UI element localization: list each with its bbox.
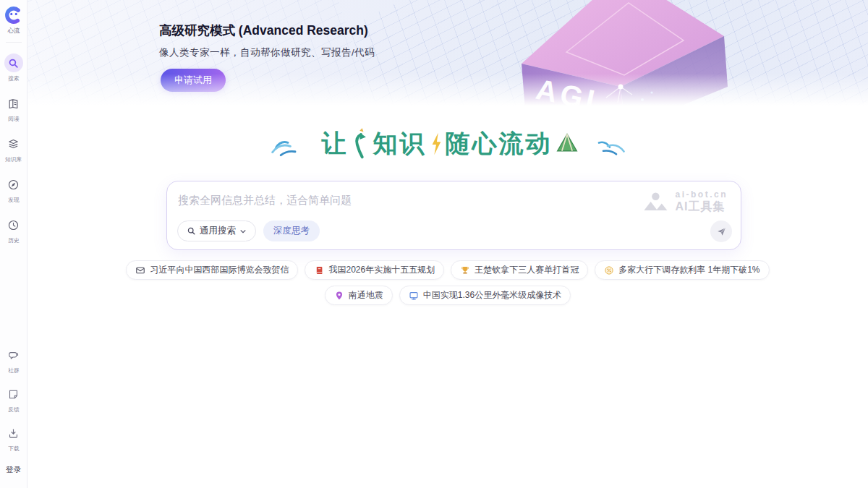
knowledge-icon bbox=[4, 134, 23, 153]
hot-topic-chip[interactable]: 习近平向中国西部国际博览会致贺信 bbox=[126, 260, 298, 280]
sidebar-nav: 搜索 阅读 知识库 发现 历史 bbox=[4, 43, 23, 245]
xinliu-logo-icon bbox=[4, 6, 23, 25]
slogan-part3: 随心流动 bbox=[446, 127, 553, 160]
reading-icon bbox=[4, 94, 23, 113]
search-panel: ai-bot.cn AI工具集 通用搜索 深度思考 bbox=[166, 181, 741, 250]
hot-topics-row-2: 南通地震 中国实现1.36公里外毫米级成像技术 bbox=[325, 286, 571, 305]
discover-icon bbox=[4, 175, 23, 194]
sidebar-item-download[interactable]: 下载 bbox=[4, 424, 23, 453]
watermark-line1: ai-bot.cn bbox=[676, 190, 728, 200]
app-logo-label: 心流 bbox=[7, 27, 20, 35]
mascot-icon bbox=[556, 130, 579, 158]
ai-bot-logo-icon bbox=[642, 192, 671, 212]
sidebar-item-knowledge[interactable]: 知识库 bbox=[4, 134, 23, 164]
watermark-text: ai-bot.cn AI工具集 bbox=[676, 190, 728, 213]
sidebar-item-history[interactable]: 历史 bbox=[4, 215, 23, 245]
login-button[interactable]: 登录 bbox=[6, 465, 21, 475]
red-book-icon bbox=[314, 265, 324, 275]
hot-topics-row-1: 习近平向中国西部国际博览会致贺信 我国2026年实施十五五规划 王楚钦拿下三人赛… bbox=[126, 260, 769, 280]
hot-topic-chip[interactable]: 王楚钦拿下三人赛单打首冠 bbox=[451, 260, 588, 280]
hot-topic-chip[interactable]: 中国实现1.36公里外毫米级成像技术 bbox=[399, 286, 571, 305]
hot-topic-chip[interactable]: 多家大行下调存款利率 1年期下破1% bbox=[595, 260, 769, 280]
trophy-icon bbox=[460, 265, 470, 275]
letter-icon bbox=[135, 265, 145, 275]
hot-topic-chip[interactable]: 南通地震 bbox=[325, 286, 393, 305]
paper-plane-icon bbox=[716, 226, 727, 237]
history-icon bbox=[4, 215, 23, 234]
banner-title: 高级研究模式 (Advanced Research) bbox=[159, 22, 368, 39]
promo-banner: AGI 高级研究模式 (Advanced Research) 像人类专家一样，自… bbox=[27, 0, 868, 108]
search-mode-label: 通用搜索 bbox=[200, 225, 236, 237]
sidebar-bottom-nav: 社群 反馈 下载 bbox=[4, 336, 23, 453]
deep-think-toggle[interactable]: 深度思考 bbox=[263, 221, 320, 241]
download-icon bbox=[4, 424, 23, 442]
slogan: 让 知识 随心流动 bbox=[27, 121, 868, 166]
send-button[interactable] bbox=[710, 221, 732, 242]
dragon-icon bbox=[352, 127, 370, 160]
sidebar: 心流 搜索 阅读 知识库 发现 历史 社群 反馈 下载 登录 bbox=[0, 0, 27, 488]
watermark: ai-bot.cn AI工具集 bbox=[642, 190, 728, 213]
percent-icon bbox=[604, 265, 614, 275]
feedback-icon bbox=[4, 385, 23, 403]
search-input[interactable] bbox=[178, 190, 583, 209]
sidebar-item-discover[interactable]: 发现 bbox=[4, 175, 23, 205]
spark-icon bbox=[430, 131, 443, 157]
banner-fade bbox=[27, 74, 868, 108]
search-mode-dropdown[interactable]: 通用搜索 bbox=[177, 221, 256, 241]
chevron-down-icon bbox=[239, 228, 247, 235]
sidebar-item-feedback[interactable]: 反馈 bbox=[4, 385, 23, 414]
sidebar-item-reading[interactable]: 阅读 bbox=[4, 94, 23, 124]
app-logo[interactable]: 心流 bbox=[4, 6, 23, 35]
community-icon bbox=[4, 346, 23, 364]
slogan-part1: 让 bbox=[322, 127, 349, 160]
banner-subtitle: 像人类专家一样，自动帮你做研究、写报告/代码 bbox=[159, 46, 375, 59]
search-icon bbox=[187, 226, 196, 236]
slogan-part2: 知识 bbox=[373, 127, 427, 160]
wave-left-icon bbox=[271, 129, 319, 159]
sidebar-item-community[interactable]: 社群 bbox=[4, 346, 23, 375]
watermark-line2: AI工具集 bbox=[676, 200, 728, 213]
sidebar-bottom: 社群 反馈 下载 登录 bbox=[4, 336, 23, 488]
monitor-icon bbox=[409, 291, 419, 301]
sidebar-item-search[interactable]: 搜索 bbox=[4, 53, 23, 83]
wave-right-icon bbox=[582, 129, 625, 159]
hot-topics: 习近平向中国西部国际博览会致贺信 我国2026年实施十五五规划 王楚钦拿下三人赛… bbox=[27, 260, 868, 305]
search-controls: 通用搜索 深度思考 bbox=[177, 221, 320, 241]
pin-icon bbox=[334, 291, 344, 301]
search-icon bbox=[4, 53, 23, 72]
hot-topic-chip[interactable]: 我国2026年实施十五五规划 bbox=[305, 260, 444, 280]
